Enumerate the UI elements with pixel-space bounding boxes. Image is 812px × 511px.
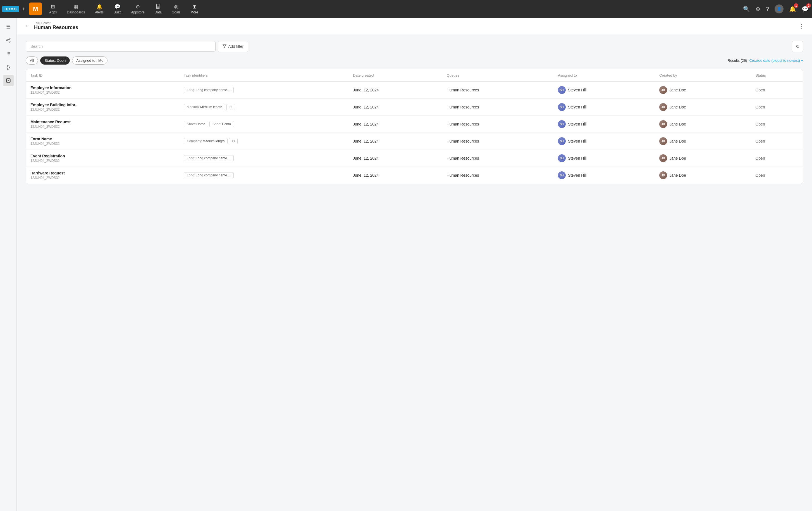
svg-point-2 [9,41,10,43]
sidebar-menu-button[interactable]: ☰ [3,21,14,32]
nav-item-buzz[interactable]: 💬 Buzz [109,1,126,17]
messages-button[interactable]: 💬 2 [801,4,810,14]
notifications-button[interactable]: 🔔 1 [788,4,797,14]
refresh-button[interactable]: ↻ [792,41,803,52]
filter-tags: All Status: Open Assigned to : Me [26,56,108,64]
table-row[interactable]: Hardware Request 12JUN04_2WDS32Long: Lon… [26,167,803,184]
nav-item-dashboards[interactable]: ▦ Dashboards [62,1,90,17]
cell-task-id: Employee Building Infor... 12JUN04_2WDS3… [26,99,179,116]
sidebar-share-button[interactable] [3,35,14,46]
search-input-wrap [26,41,215,52]
nav-label-alerts: Alerts [95,10,104,14]
task-id-sub: 12JUN04_2WDS32 [30,142,175,146]
content-area: ← Task Center Human Resources ⋮ [17,18,812,511]
task-id-sub: 12JUN04_2WDS32 [30,108,175,111]
search-button[interactable]: 🔍 [742,4,751,14]
dashboards-icon: ▦ [74,4,78,10]
svg-point-0 [9,38,10,40]
assigned-cell: SH Steven Hill [558,154,650,162]
table-row[interactable]: Employee Building Infor... 12JUN04_2WDS3… [26,99,803,116]
table-row[interactable]: Event Registration 12JUN04_2WDS32Long: L… [26,150,803,167]
nav-item-apps[interactable]: ⊞ Apps [44,1,62,17]
cell-identifiers: Long: Long company name ... [179,82,348,99]
nav-label-data: Data [155,10,162,14]
created-by-cell: JD Jane Doe [659,154,746,162]
page-title: Human Resources [34,25,78,30]
identifier-tag: Long: Long company name ... [184,87,234,93]
sort-dropdown[interactable]: Created date (oldest to newest) ▾ [750,58,803,63]
cell-created-by: JD Jane Doe [655,150,751,167]
creator-avatar: JD [659,154,667,162]
cell-date-created: June, 12, 2024 [348,133,442,150]
creator-name: Jane Doe [669,139,686,143]
creator-name: Jane Doe [669,88,686,92]
add-filter-label: Add filter [228,44,243,49]
nav-item-more[interactable]: ⊞ More [185,1,203,17]
sidebar-tasks-button[interactable] [3,75,14,86]
table-row[interactable]: Employee Information 12JUN04_2WDS32Long:… [26,82,803,99]
search-input[interactable] [26,41,215,52]
avatar-button[interactable]: 👤 [774,3,785,15]
nav-item-alerts[interactable]: 🔔 Alerts [90,1,109,17]
filter-all[interactable]: All [26,56,38,64]
created-by-cell: JD Jane Doe [659,103,746,111]
cell-task-id: Hardware Request 12JUN04_2WDS32 [26,167,179,184]
task-name: Hardware Request [30,171,175,175]
m-logo[interactable]: M [29,2,42,16]
help-button[interactable]: ? [765,5,770,14]
col-assigned-to: Assigned to [553,69,655,82]
creator-name: Jane Doe [669,105,686,109]
nav-item-goals[interactable]: ◎ Goals [167,1,185,17]
assigned-cell: SH Steven Hill [558,137,650,145]
header-more-button[interactable]: ⋮ [798,22,805,30]
cell-created-by: JD Jane Doe [655,99,751,116]
svg-point-1 [6,40,8,41]
plus-button[interactable]: + [20,5,27,14]
assigned-cell: SH Steven Hill [558,171,650,179]
col-status: Status [751,69,803,82]
task-name: Form Name [30,137,175,141]
breadcrumb: Task Center [34,21,78,25]
nav-right-actions: 🔍 ⊕ ? 👤 🔔 1 💬 2 [742,3,810,15]
created-by-cell: JD Jane Doe [659,171,746,179]
cell-assigned-to: SH Steven Hill [553,150,655,167]
assigned-name: Steven Hill [568,173,587,178]
nav-item-data[interactable]: 🗄 Data [150,2,167,17]
creator-avatar: JD [659,171,667,179]
table-row[interactable]: Form Name 12JUN04_2WDS32Company: Medium … [26,133,803,150]
assigned-avatar: SH [558,171,566,179]
top-navigation: DOMO + M ⊞ Apps ▦ Dashboards 🔔 Alerts 💬 … [0,0,812,18]
cell-assigned-to: SH Steven Hill [553,99,655,116]
sidebar-list-button[interactable] [3,48,14,59]
cell-status: Open [751,82,803,99]
filter-icon [223,44,227,49]
filter-assigned-me[interactable]: Assigned to : Me [72,56,108,64]
add-filter-button[interactable]: Add filter [218,41,248,52]
filter-status-open[interactable]: Status: Open [40,56,70,64]
sidebar-code-button[interactable]: {} [3,61,14,73]
assigned-avatar: SH [558,86,566,94]
nav-label-apps: Apps [49,10,57,14]
identifier-tag: Company: Medium length [184,138,228,144]
back-button[interactable]: ← [24,22,31,30]
more-icon: ⊞ [193,4,197,10]
assigned-name: Steven Hill [568,105,587,109]
table-row[interactable]: Maintenance Request 12JUN04_2WDS32Short:… [26,116,803,133]
cell-date-created: June, 12, 2024 [348,82,442,99]
col-task-id: Task ID [26,69,179,82]
add-button[interactable]: ⊕ [754,4,761,14]
results-count: Results (26) [728,58,747,63]
refresh-icon: ↻ [796,44,800,49]
nav-label-goals: Goals [172,10,180,14]
nav-item-appstore[interactable]: ⊙ Appstore [126,1,150,17]
alerts-icon: 🔔 [96,4,103,10]
domo-logo[interactable]: DOMO [2,6,19,12]
cell-status: Open [751,167,803,184]
cell-identifiers: Medium: Medium length+1 [179,99,348,116]
identifier-tag: Long: Long company name ... [184,172,234,178]
cell-queue: Human Resources [442,99,553,116]
creator-name: Jane Doe [669,122,686,126]
user-avatar[interactable]: 👤 [775,4,784,14]
identifier-tag: Long: Long company name ... [184,155,234,161]
breadcrumb-title: Task Center Human Resources [34,21,78,30]
